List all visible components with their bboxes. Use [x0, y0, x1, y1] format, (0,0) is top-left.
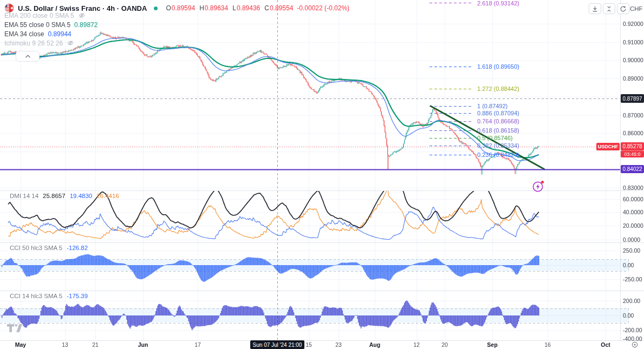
eye-hidden-icon[interactable] [78, 12, 86, 19]
fib-level-label: 1 (0.87492) [477, 102, 508, 110]
bar-countdown-badge: 03:45:0 [621, 150, 644, 157]
time-tick: Oct [601, 341, 610, 348]
time-tick: 15 [305, 341, 312, 348]
time-tick: 21 [92, 341, 99, 348]
ohlc-value: 0.89554 [270, 4, 293, 12]
indicator-value: 0.89944 [48, 30, 71, 38]
ohlc-value: 0.89436 [237, 4, 260, 12]
ohlc-item: O0.89594 [166, 4, 195, 12]
ohlc-key: C [264, 4, 269, 12]
ohlc-item: C0.89554 [264, 4, 293, 12]
price-tick: 0.83000 [623, 185, 643, 191]
fib-level-label: 0.886 (0.87094) [477, 109, 519, 117]
price-change: -0.00022 (-0.02%) [297, 4, 349, 12]
cci14-value: -175.39 [67, 293, 88, 299]
cci14-legend[interactable]: CCI 14 hlc3 SMA 5 -175.39 [10, 293, 88, 299]
dmi-title: DMI 14 14 [10, 193, 38, 199]
line-price-badge: 0.84022 [621, 165, 644, 173]
time-tick: 12 [413, 341, 420, 348]
time-scale[interactable]: May1321Jun171523Aug1220Sep16Oct [0, 341, 620, 349]
ohlc-key: O [166, 4, 171, 12]
fib-level-label: 0.618 (0.86158) [477, 127, 519, 134]
ohlc-key: H [199, 4, 204, 12]
tradingview-logo[interactable] [7, 324, 23, 333]
market-status-dot [154, 6, 158, 10]
chart-canvas[interactable] [0, 0, 644, 349]
price-tick: 0.89000 [623, 75, 643, 82]
time-tick: 16 [544, 341, 551, 348]
time-tick: Sep [487, 341, 497, 348]
price-tick: 0.87000 [623, 112, 643, 118]
legend-row-ema200[interactable]: EMA 200 close 0 SMA 5 [4, 11, 86, 19]
ohlc-item: L0.89436 [232, 4, 260, 12]
ohlc-values: O0.89594H0.89634L0.89436C0.89554 [166, 4, 293, 12]
fib-level-label: 0.764 (0.86668) [477, 117, 519, 125]
ohlc-item: H0.89634 [199, 4, 228, 12]
time-tick: 13 [62, 341, 68, 348]
cci50-value: -126.82 [67, 245, 88, 251]
tradingview-chart-window: U.S. Dollar / Swiss Franc · 4h · OANDA O… [0, 0, 644, 349]
dmi-values: 25.865719.483026.4416 [43, 193, 119, 199]
indicator-label: EMA 200 close 0 SMA 5 [4, 12, 74, 19]
indicator-tick: 0.00 [623, 262, 634, 268]
fib-level-label: 0.236 (0.84824) [477, 151, 519, 159]
indicator-tick: 40.0000 [623, 209, 643, 215]
price-tick: 0.90000 [623, 57, 643, 63]
indicator-tick: -200.00 [623, 327, 642, 333]
dmi-value: 19.4830 [70, 193, 93, 199]
fib-level-label: 0.382 (0.85334) [477, 142, 519, 149]
dmi-legend[interactable]: DMI 14 14 25.865719.483026.4416 [10, 193, 119, 199]
flash-events-icon[interactable] [532, 180, 545, 193]
indicator-tick: 60.0000 [623, 196, 643, 202]
fib-level-label: 2.618 (0.93142) [477, 0, 519, 7]
crosshair-time-badge: Sun 07 Jul '24 21:00 [250, 340, 304, 349]
cci50-title: CCI 50 hlc3 SMA 5 [10, 245, 62, 251]
collapse-pane-button[interactable] [603, 3, 615, 14]
eye-hidden-icon[interactable] [67, 39, 74, 47]
fib-level-label: 0.5 (0.85746) [477, 134, 512, 142]
arrow-down-icon [591, 5, 599, 12]
indicator-tick: -250.00 [623, 276, 642, 282]
cci14-title: CCI 14 hlc3 SMA 5 [10, 293, 62, 299]
ohlc-value: 0.89634 [205, 4, 228, 12]
time-tick: 23 [335, 341, 342, 348]
indicator-tick: 250.00 [623, 247, 640, 254]
chevron-up-icon [25, 54, 31, 58]
indicator-tick: 0.0000 [623, 236, 640, 243]
time-tick: May [15, 341, 26, 348]
price-tick: 0.86000 [623, 130, 643, 136]
symbol-price-tag: USDCHF [596, 143, 620, 150]
indicator-tick: 0.00 [623, 312, 634, 319]
time-tick: Jun [138, 341, 148, 348]
price-tick: 0.92000 [623, 21, 643, 27]
fib-level-label: 1.272 (0.88442) [477, 85, 519, 93]
legend-row-ema34[interactable]: EMA 34 close0.89944 [4, 30, 71, 38]
lightning-icon [532, 180, 545, 193]
legend-row-ema55[interactable]: EMA 55 close 0 SMA 50.89872 [4, 21, 97, 29]
price-scale[interactable]: 0.920000.910000.900000.890000.870000.860… [621, 0, 644, 340]
crosshair-price-badge: 0.87897 [621, 94, 644, 103]
indicator-label: EMA 34 close [4, 30, 44, 38]
dmi-value: 25.8657 [43, 193, 66, 199]
time-tick: Aug [369, 341, 380, 348]
collapse-icon [606, 5, 613, 12]
indicator-value: 0.89872 [74, 21, 97, 29]
time-tick: 17 [194, 341, 201, 348]
dmi-value: 26.4416 [96, 193, 119, 199]
indicator-label: Ichimoku 9 26 52 26 [4, 39, 63, 47]
scroll-to-recent-button[interactable] [589, 3, 601, 14]
indicator-tick: 200.00 [623, 298, 640, 304]
scale-settings-icon[interactable] [631, 341, 639, 348]
time-tick: 20 [441, 341, 448, 348]
fib-level-label: 1.618 (0.89650) [477, 63, 519, 70]
cci50-legend[interactable]: CCI 50 hlc3 SMA 5 -126.82 [10, 245, 88, 251]
ohlc-key: L [232, 4, 236, 12]
indicator-tick: 20.0000 [623, 222, 643, 229]
price-tick: 0.91000 [623, 39, 643, 45]
last-price-badge: 0.85278 [621, 142, 644, 150]
collapse-legend-button[interactable] [16, 51, 40, 62]
indicator-label: EMA 55 close 0 SMA 5 [4, 21, 70, 29]
legend-row-ichimoku[interactable]: Ichimoku 9 26 52 26 [4, 39, 74, 47]
ohlc-value: 0.89594 [172, 4, 195, 12]
